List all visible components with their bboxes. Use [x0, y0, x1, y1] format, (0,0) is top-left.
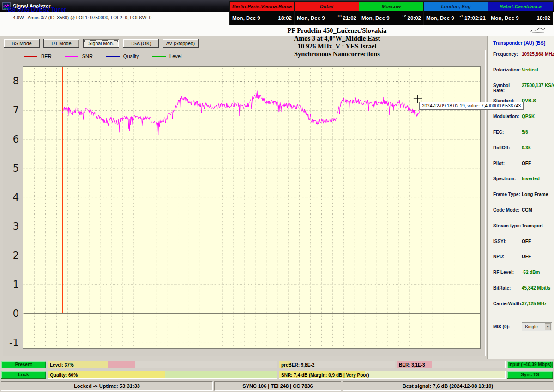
- clock-berlin: Berlin-Paris-Vienna-Roma Mon, Dec 9 18:0…: [230, 2, 295, 25]
- site-title-line: PF Prodelin 450_Lučenec/Slovakia: [235, 27, 439, 35]
- clock-time: Mon, Dec 9 +321:02: [295, 11, 359, 25]
- mis-dropdown[interactable]: Single ▼: [522, 322, 552, 331]
- y-axis-label: 8: [3, 75, 19, 87]
- clock-utc-offset: +3: [337, 14, 341, 18]
- clock-dubai: Dubai Mon, Dec 9 +321:02: [295, 2, 359, 25]
- legend-item-level: Level: [152, 53, 181, 59]
- legend-line-icon: [106, 56, 120, 57]
- bar-segment: [365, 371, 505, 378]
- bar-segment: [108, 361, 135, 368]
- clock-utc-offset: -1: [460, 14, 463, 18]
- row-issyi: ISSYI:OFF: [488, 239, 554, 255]
- divider: [490, 317, 552, 317]
- y-axis-label: 1: [3, 279, 19, 291]
- divider: [490, 338, 552, 338]
- y-axis-label: 4: [3, 191, 19, 203]
- legend-item-snr: SNR: [65, 53, 93, 59]
- row-code-mode: Code Mode:CCM: [488, 208, 554, 223]
- clock-value: 17:02:21: [464, 15, 486, 21]
- row-rf-level: RF Level:-52 dBm: [488, 270, 554, 285]
- clock-rabat: Rabat-Casablanca Mon, Dec 9 18:02: [488, 2, 553, 25]
- row-stream-type: Stream type:Transport: [488, 223, 554, 239]
- tab-signal-mon[interactable]: Signal Mon.: [83, 39, 119, 48]
- clock-date: Mon, Dec 9: [297, 15, 325, 21]
- input-indicator: Input (~40,39 Mbps): [507, 361, 553, 368]
- preber-bar-label: preBER: 9,8E-2: [281, 362, 314, 367]
- row-rolloff: RollOff:0.35: [488, 145, 554, 161]
- quality-bar: Quality: 60%: [48, 371, 277, 379]
- y-axis-label: 0: [3, 308, 19, 320]
- row-symbol-rate: Symbol Rate:27500,137 KS/s: [488, 83, 554, 99]
- site-title-line: Amos 3 at 4,0°W_Middle East: [235, 35, 439, 42]
- statusbar-best-signal: Best signal: 7,6 dB (2024-12-08 18:10): [343, 381, 553, 391]
- row-mis: MIS (0): Single ▼: [488, 321, 554, 333]
- ber-bar-label: BER: 3,1E-3: [399, 362, 425, 367]
- transponder-title: Transponder (AU) [BS]: [488, 36, 554, 48]
- clock-city-label: Moscow: [359, 2, 423, 11]
- row-bitrate: BitRate:45,842 Mbit/s: [488, 285, 554, 301]
- legend-item-quality: Quality: [106, 53, 139, 59]
- clock-date: Mon, Dec 9: [426, 15, 454, 21]
- snr-bar-label: SNR: 7,4 dB (Margin: 0,9 dB | Very Poor): [281, 372, 369, 377]
- site-title-line: 10 926 MHz_V : YES Israel: [235, 42, 439, 50]
- lock-indicator: Lock: [1, 371, 46, 379]
- clock-value: 18:02: [278, 15, 292, 21]
- transponder-rows: Frequency:10925,868 MHz Polarization:Ver…: [488, 48, 554, 317]
- legend-line-icon: [65, 56, 78, 57]
- row-fec: FEC:5/6: [488, 130, 554, 145]
- y-axis-label: 2: [3, 249, 19, 261]
- level-bar: Level: 37%: [48, 361, 277, 368]
- chevron-down-icon: ▼: [545, 323, 551, 330]
- legend-item-ber: BER: [24, 53, 52, 59]
- tab-dt-mode[interactable]: DT Mode: [43, 39, 79, 48]
- row-carrier-width: CarrierWidth:37,125 MHz: [488, 301, 554, 317]
- clock-value: 21:02: [343, 15, 356, 21]
- clock-city-label: London, Eng: [424, 2, 488, 11]
- clock-date: Mon, Dec 9: [361, 15, 390, 21]
- clock-city-label: Dubai: [295, 2, 359, 11]
- row-npd: NPD:OFF: [488, 254, 554, 270]
- site-title-block: PF Prodelin 450_Lučenec/Slovakia Amos 3 …: [235, 27, 439, 58]
- snr-trend-plot[interactable]: [23, 66, 481, 349]
- row-frame-type: Frame Type:Long Frame: [488, 192, 554, 208]
- tuner-config: 4.0W - Amos 3/7 (ID: 3560) @ LOF1: 97500…: [13, 15, 151, 20]
- row-pilot: Pilot:OFF: [488, 161, 554, 177]
- chart-panel: BER SNR Quality Level 876543210-1: [3, 50, 486, 356]
- clock-london: London, Eng Mon, Dec 9 -117:02:21: [424, 2, 488, 25]
- row-polarization: Polarization:Vertical: [488, 67, 554, 83]
- signature-icon: [530, 26, 546, 36]
- clock-city-label: Rabat-Casablanca: [488, 2, 553, 11]
- mis-selected-value: Single: [525, 324, 538, 329]
- y-axis-label: -1: [3, 337, 19, 349]
- chart-legend: BER SNR Quality Level: [24, 53, 181, 59]
- y-axis-label: 5: [3, 162, 19, 174]
- tab-av[interactable]: AV (Stopped): [163, 39, 199, 48]
- legend-line-icon: [24, 56, 37, 57]
- row-frequency: Frequency:10925,868 MHz: [488, 52, 554, 67]
- tuner-name: TBS 5925 DVBS2 Tuner: [5, 6, 66, 13]
- clock-value: 20:02: [408, 15, 421, 21]
- legend-line-icon: [152, 56, 166, 57]
- clock-utc-offset: +2: [402, 14, 406, 18]
- y-axis-label: 6: [3, 133, 19, 145]
- level-bar-label: Level: 37%: [50, 362, 74, 367]
- statusbar-sync-counters: SYNC 106 | TEI 248 | CC 7836: [214, 381, 341, 391]
- sync-ts-indicator: Sync TS: [507, 371, 553, 379]
- y-axis-label: 3: [3, 220, 19, 232]
- statusbar-lock-uptime: Locked -> Uptime: 53:31:33: [1, 381, 213, 391]
- clock-time: Mon, Dec 9 +220:02: [359, 11, 423, 25]
- bar-segment: [165, 371, 277, 378]
- row-spectrum: Spectrum:Inverted: [488, 176, 554, 192]
- tab-bs-mode[interactable]: BS Mode: [4, 39, 40, 48]
- site-title-line: Synchronous Nanocorrections: [235, 50, 439, 58]
- clock-city-label: Berlin-Paris-Vienna-Roma: [230, 2, 294, 11]
- signal-analyzer-window: Signal Analyzer TBS 5925 DVBS2 Tuner 4.0…: [0, 0, 554, 392]
- clock-value: 18:02: [537, 15, 550, 21]
- clock-time: Mon, Dec 9 18:02: [230, 11, 294, 25]
- tab-tsa[interactable]: TSA (OK): [123, 39, 159, 48]
- clock-date: Mon, Dec 9: [491, 15, 519, 21]
- clock-moscow: Moscow Mon, Dec 9 +220:02: [359, 2, 424, 25]
- clock-time: Mon, Dec 9 18:02: [488, 11, 553, 25]
- ber-bar: BER: 3,1E-3: [397, 361, 506, 368]
- mode-tabs: BS Mode DT Mode Signal Mon. TSA (OK) AV …: [4, 39, 199, 48]
